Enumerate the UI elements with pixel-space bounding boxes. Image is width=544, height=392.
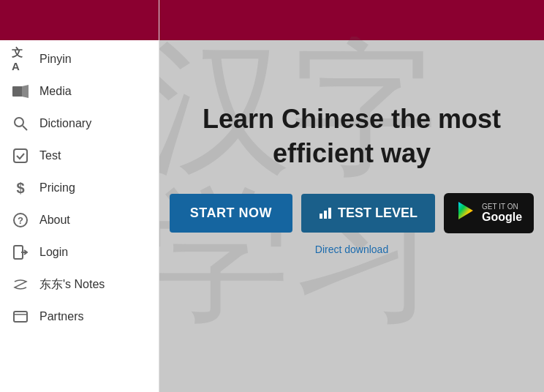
sidebar-item-dictionary[interactable]: Dictionary	[0, 108, 159, 140]
google-play-button[interactable]: GET IT ON Google	[444, 193, 534, 233]
hero-buttons: START NOW TEST LEVEL	[162, 193, 541, 233]
svg-marker-1	[22, 85, 29, 98]
notes-icon	[12, 276, 29, 293]
hero-title: Learn Chinese the most efficient way	[195, 102, 508, 171]
sidebar-item-pinyin[interactable]: 文A Pinyin	[0, 43, 159, 75]
sidebar-label-partners: Partners	[39, 310, 83, 323]
svg-rect-13	[324, 211, 327, 219]
sidebar-item-about[interactable]: ? About	[0, 204, 159, 236]
partners-icon	[12, 308, 29, 325]
svg-rect-8	[14, 312, 27, 322]
main-header-bar	[159, 0, 544, 40]
sidebar: 文A Pinyin Media Dictionary	[0, 0, 159, 392]
search-icon	[12, 115, 29, 132]
hero-content: Learn Chinese the most efficient way STA…	[159, 40, 544, 392]
sidebar-item-login[interactable]: Login	[0, 236, 159, 268]
google-play-icon	[456, 200, 476, 226]
sidebar-header	[0, 0, 159, 40]
direct-download-link[interactable]: Direct download	[315, 244, 388, 255]
sidebar-item-pricing[interactable]: $ Pricing	[0, 172, 159, 204]
sidebar-label-login: Login	[39, 246, 68, 259]
svg-rect-14	[328, 208, 331, 219]
sidebar-nav: 文A Pinyin Media Dictionary	[0, 40, 159, 333]
sidebar-item-partners[interactable]: Partners	[0, 301, 159, 333]
sidebar-label-pricing: Pricing	[39, 181, 75, 195]
start-now-button[interactable]: START NOW	[170, 194, 292, 233]
sidebar-label-about: About	[39, 214, 70, 227]
pricing-icon: $	[12, 179, 29, 197]
main-content: 汉字学习 Learn Chinese the most efficient wa…	[159, 0, 544, 392]
svg-rect-12	[320, 214, 322, 219]
sidebar-item-notes[interactable]: 东东's Notes	[0, 268, 159, 301]
bar-chart-icon	[319, 206, 332, 219]
sidebar-item-test[interactable]: Test	[0, 140, 159, 172]
pinyin-icon: 文A	[12, 50, 29, 68]
sidebar-label-dictionary: Dictionary	[39, 117, 91, 130]
test-level-button[interactable]: TEST LEVEL	[301, 194, 435, 233]
svg-line-3	[23, 126, 27, 130]
svg-point-2	[15, 118, 23, 127]
sidebar-label-pinyin: Pinyin	[39, 53, 72, 66]
login-icon	[12, 244, 29, 261]
svg-rect-4	[14, 149, 27, 162]
about-icon: ?	[12, 211, 29, 229]
sidebar-label-test: Test	[39, 149, 61, 162]
test-icon	[12, 147, 29, 165]
sidebar-item-media[interactable]: Media	[0, 75, 159, 108]
google-play-text: GET IT ON Google	[482, 203, 522, 224]
media-icon	[12, 83, 29, 100]
sidebar-label-notes: 东东's Notes	[39, 277, 105, 293]
sidebar-label-media: Media	[39, 85, 72, 98]
svg-marker-15	[458, 202, 473, 219]
svg-text:?: ?	[18, 215, 23, 226]
